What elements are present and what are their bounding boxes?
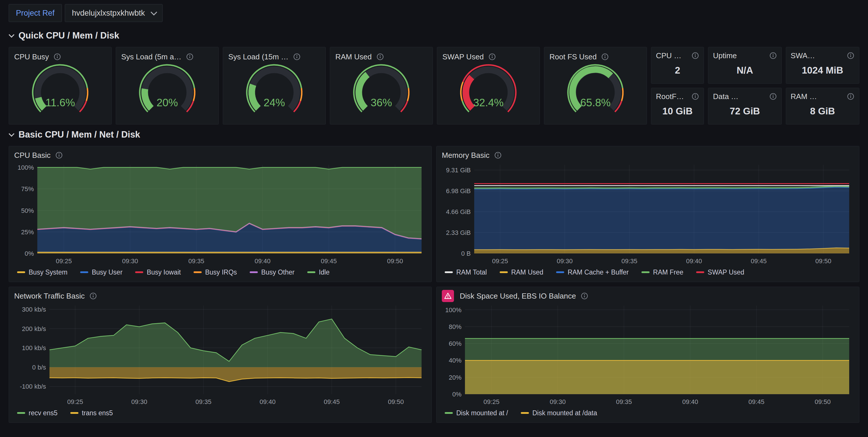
panel-title[interactable]: Disk Space Used, EBS IO Balance — [460, 292, 576, 300]
network-traffic-chart[interactable]: 09:2509:3009:3509:4009:4509:50-100 kb/s0… — [14, 302, 426, 406]
chevron-down-icon — [9, 32, 14, 38]
toolbar: Project Ref hvdelujxlxstpxkhwbtk — [9, 4, 859, 22]
legend-item[interactable]: recv ens5 — [17, 409, 58, 417]
panel-sys-load-15m: Sys Load (15m … 24% — [223, 47, 326, 124]
info-icon[interactable] — [55, 151, 63, 159]
panel-title[interactable]: CPU Basic — [14, 151, 51, 160]
svg-text:09:40: 09:40 — [255, 258, 271, 265]
panel-title[interactable]: Memory Basic — [442, 151, 490, 160]
project-ref-select[interactable]: hvdelujxlxstpxkhwbtk — [65, 4, 163, 22]
disk-space-chart[interactable]: 09:2509:3009:3509:4009:4509:500%20%40%60… — [442, 302, 854, 406]
svg-text:09:50: 09:50 — [387, 258, 403, 265]
legend-item[interactable]: Disk mounted at /data — [521, 409, 597, 417]
legend-item[interactable]: Busy IRQs — [193, 268, 237, 276]
gauge: 11.6% — [14, 63, 106, 122]
alert-icon[interactable] — [442, 290, 454, 302]
panel-title[interactable]: CPU Busy — [14, 52, 49, 61]
panel-title[interactable]: Sys Load (5m a… — [121, 52, 181, 61]
info-icon[interactable] — [769, 52, 777, 59]
info-icon[interactable] — [769, 93, 777, 100]
info-icon[interactable] — [293, 53, 301, 60]
svg-text:09:25: 09:25 — [484, 398, 499, 405]
stat-value: 2 — [656, 62, 699, 81]
info-icon[interactable] — [691, 93, 699, 100]
panel-title[interactable]: Uptime — [713, 51, 737, 60]
legend-item[interactable]: Busy Other — [250, 268, 294, 276]
info-icon[interactable] — [847, 52, 855, 59]
legend-label: Disk mounted at / — [456, 409, 508, 417]
quick-stats-row: CPU Busy 11.6% Sys Load (5m a… 20% Sys L… — [9, 47, 859, 124]
legend-swatch — [193, 271, 202, 273]
svg-text:09:35: 09:35 — [621, 258, 638, 265]
legend-swatch — [135, 271, 143, 273]
panel-title[interactable]: SWAP Used — [442, 52, 484, 61]
svg-text:9.31 GiB: 9.31 GiB — [446, 167, 471, 174]
svg-text:0%: 0% — [25, 250, 34, 257]
info-icon[interactable] — [186, 53, 193, 60]
panel-rootfs-total: RootF… 10 GiB — [651, 88, 704, 124]
legend-swatch — [445, 271, 453, 273]
panel-network-traffic: Network Traffic Basic 09:2509:3009:3509:… — [9, 287, 432, 423]
panel-title[interactable]: RAM Used — [335, 52, 372, 61]
legend-item[interactable]: Disk mounted at / — [445, 409, 508, 417]
svg-text:09:50: 09:50 — [388, 398, 404, 405]
legend-item[interactable]: Busy System — [17, 268, 67, 276]
svg-text:09:45: 09:45 — [751, 258, 767, 265]
legend-swatch — [642, 271, 650, 273]
legend-item[interactable]: Idle — [307, 268, 330, 276]
svg-text:09:30: 09:30 — [122, 258, 138, 265]
memory-basic-chart[interactable]: 09:2509:3009:3509:4009:4509:500 B2.33 Gi… — [442, 161, 854, 266]
panel-title[interactable]: Data … — [713, 92, 738, 101]
panel-sys-load-5m: Sys Load (5m a… 20% — [116, 47, 219, 124]
svg-text:09:30: 09:30 — [131, 398, 147, 405]
legend-swatch — [17, 412, 25, 414]
section-title: Quick CPU / Mem / Disk — [19, 30, 119, 41]
info-icon[interactable] — [581, 292, 588, 300]
legend-item[interactable]: RAM Total — [445, 268, 487, 276]
legend-item[interactable]: Busy User — [80, 268, 122, 276]
svg-text:24%: 24% — [264, 97, 285, 109]
panel-title[interactable]: CPU … — [656, 51, 681, 60]
panel-uptime: Uptime N/A — [708, 47, 781, 84]
info-icon[interactable] — [488, 53, 496, 60]
legend-label: RAM Cache + Buffer — [568, 268, 629, 276]
info-icon[interactable] — [54, 53, 61, 60]
legend-item[interactable]: RAM Cache + Buffer — [556, 268, 629, 276]
info-icon[interactable] — [494, 151, 502, 159]
section-basic-header[interactable]: Basic CPU / Mem / Net / Disk — [9, 127, 859, 143]
svg-text:09:25: 09:25 — [67, 398, 83, 405]
gauge: 32.4% — [442, 63, 534, 122]
legend-swatch — [696, 271, 704, 273]
panel-cpu-busy: CPU Busy 11.6% — [9, 47, 112, 124]
legend-item[interactable]: RAM Free — [642, 268, 683, 276]
svg-text:300 kb/s: 300 kb/s — [22, 306, 46, 313]
panel-swap-total: SWA… 1024 MiB — [786, 47, 859, 84]
legend-item[interactable]: RAM Used — [500, 268, 544, 276]
legend: Busy SystemBusy UserBusy IowaitBusy IRQs… — [14, 266, 426, 279]
svg-text:09:25: 09:25 — [56, 258, 72, 265]
legend-swatch — [445, 412, 453, 414]
legend-label: RAM Used — [511, 268, 544, 276]
info-icon[interactable] — [89, 292, 97, 300]
legend-item[interactable]: trans ens5 — [70, 409, 113, 417]
legend-item[interactable]: SWAP Used — [696, 268, 744, 276]
info-icon[interactable] — [376, 53, 384, 60]
stat-value: 72 GiB — [713, 103, 777, 122]
section-quick-header[interactable]: Quick CPU / Mem / Disk — [9, 28, 859, 43]
svg-text:0%: 0% — [452, 391, 462, 398]
info-icon[interactable] — [691, 52, 699, 59]
cpu-basic-chart[interactable]: 09:2509:3009:3509:4009:4509:500%25%50%75… — [14, 161, 426, 266]
panel-title[interactable]: RAM … — [791, 92, 817, 101]
info-icon[interactable] — [601, 53, 609, 60]
legend-item[interactable]: Busy Iowait — [135, 268, 181, 276]
panel-title[interactable]: Root FS Used — [550, 52, 597, 61]
panel-disk-space: Disk Space Used, EBS IO Balance 09:2509:… — [436, 287, 859, 423]
panel-title[interactable]: Network Traffic Basic — [14, 292, 85, 300]
panel-title[interactable]: RootF… — [656, 92, 684, 101]
panel-title[interactable]: Sys Load (15m … — [228, 52, 288, 61]
info-icon[interactable] — [847, 93, 855, 100]
chevron-down-icon — [151, 9, 157, 16]
svg-text:20%: 20% — [449, 374, 462, 381]
svg-text:2.33 GiB: 2.33 GiB — [446, 229, 471, 236]
panel-title[interactable]: SWA… — [791, 51, 815, 60]
